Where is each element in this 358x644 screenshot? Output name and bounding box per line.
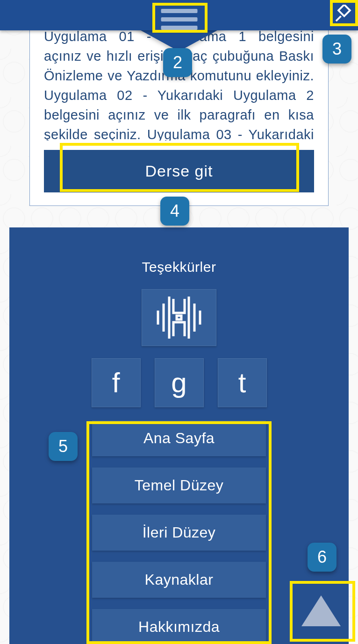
highlight-badge-2: 2 (163, 48, 192, 77)
footer-thanks-label: Teşekkürler (142, 259, 216, 275)
highlight-badge-4: 4 (160, 197, 189, 226)
go-to-lesson-button[interactable]: Derse git (44, 150, 314, 192)
footer-nav: Ana Sayfa Temel Düzey İleri Düzey Kaynak… (92, 420, 266, 644)
google-button[interactable]: g (155, 358, 204, 407)
hamburger-bar-icon (161, 9, 197, 13)
footer-nav-home[interactable]: Ana Sayfa (92, 420, 266, 456)
svg-line-1 (336, 16, 341, 21)
svg-rect-8 (177, 316, 181, 319)
footer-logo[interactable] (142, 289, 216, 346)
hamburger-bar-icon (161, 17, 197, 21)
footer-nav-basic[interactable]: Temel Düzey (92, 467, 266, 503)
footer-nav-about[interactable]: Hakkımızda (92, 609, 266, 644)
highlight-badge-3: 3 (322, 35, 351, 64)
hamburger-menu-button[interactable] (157, 7, 201, 32)
logo-icon (153, 290, 205, 346)
hamburger-bar-icon (161, 26, 197, 30)
social-row: f g t (92, 358, 267, 407)
pin-button[interactable] (331, 3, 354, 26)
highlight-badge-5: 5 (49, 432, 78, 461)
footer-nav-advanced[interactable]: İleri Düzey (92, 515, 266, 551)
footer-nav-resources[interactable]: Kaynaklar (92, 562, 266, 598)
triangle-up-icon (301, 595, 341, 626)
pin-icon (333, 5, 352, 24)
highlight-badge-6: 6 (308, 543, 337, 572)
facebook-button[interactable]: f (92, 358, 141, 407)
twitter-button[interactable]: t (218, 358, 267, 407)
svg-rect-0 (338, 5, 350, 16)
scroll-to-top-button[interactable] (295, 585, 347, 637)
